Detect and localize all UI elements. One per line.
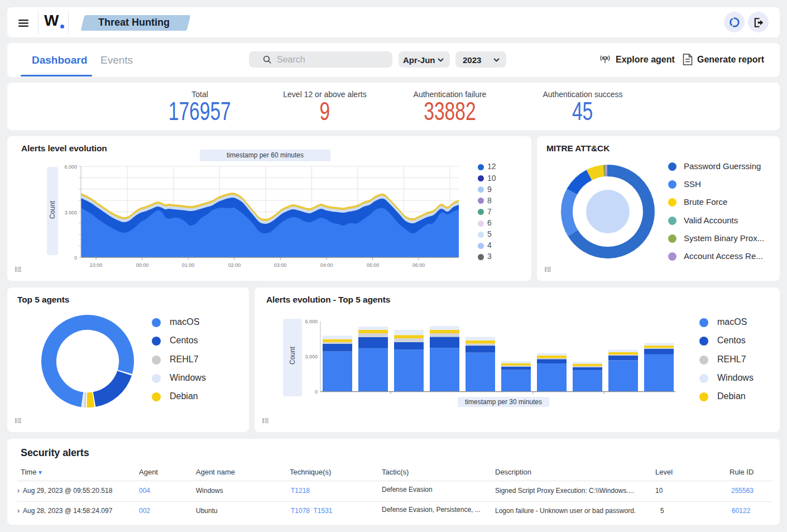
svg-text:6.000: 6.000 (305, 319, 318, 324)
svg-text:03:00: 03:00 (274, 262, 287, 268)
svg-text:6.000: 6.000 (64, 164, 77, 170)
svg-text:04:00: 04:00 (320, 262, 333, 268)
svg-text:01:00: 01:00 (182, 262, 195, 268)
svg-text:06:00: 06:00 (412, 262, 425, 268)
svg-text:3.000: 3.000 (305, 354, 318, 360)
svg-text:0: 0 (315, 389, 318, 395)
svg-text:23:00: 23:00 (90, 262, 103, 268)
svg-text:3.000: 3.000 (64, 210, 77, 215)
svg-text:02:00: 02:00 (228, 262, 241, 268)
svg-text:05:00: 05:00 (367, 262, 380, 268)
svg-text:00:00: 00:00 (136, 262, 149, 268)
svg-text:0: 0 (74, 255, 77, 261)
